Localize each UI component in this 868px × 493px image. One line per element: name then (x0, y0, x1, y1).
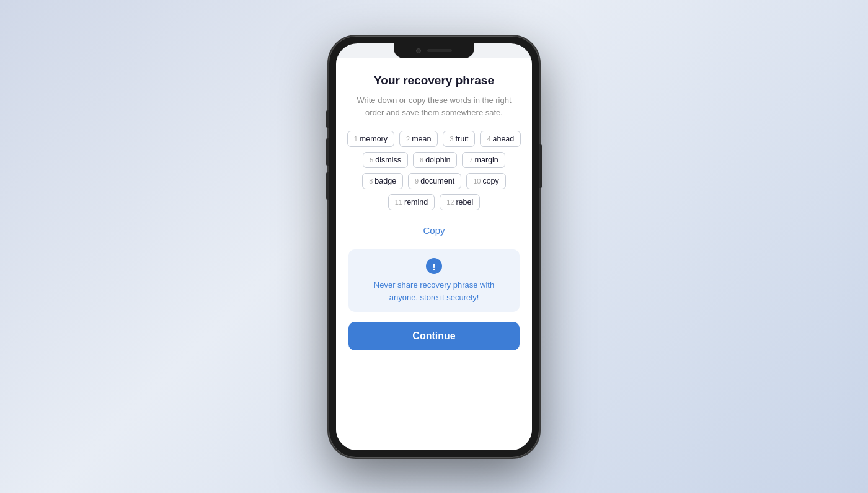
word-chip-11: 11remind (388, 194, 435, 210)
warning-text: Never share recovery phrase with anyone,… (358, 279, 510, 303)
camera-icon (416, 48, 421, 53)
word-label-4: ahead (493, 135, 515, 143)
word-num-4: 4 (487, 135, 490, 143)
word-chip-6: 6dolphin (413, 152, 457, 168)
speaker-icon (427, 49, 452, 52)
word-chip-9: 9document (408, 173, 461, 189)
continue-button[interactable]: Continue (348, 322, 520, 350)
word-label-3: fruit (456, 135, 469, 143)
word-label-9: document (420, 177, 454, 185)
volume-up-button (326, 138, 329, 166)
word-label-10: copy (482, 177, 498, 185)
word-label-2: mean (412, 135, 431, 143)
word-num-2: 2 (406, 135, 410, 143)
word-chip-7: 7margin (462, 152, 505, 168)
words-row-3: 8badge 9document 10copy (362, 173, 506, 189)
word-num-6: 6 (420, 156, 423, 164)
words-row-1: 1memory 2mean 3fruit 4ahead (347, 131, 521, 147)
warning-icon: ! (426, 258, 442, 274)
word-num-3: 3 (450, 135, 453, 143)
word-chip-12: 12rebel (440, 194, 480, 210)
word-num-8: 8 (369, 177, 373, 185)
phone-screen: Your recovery phrase Write down or copy … (336, 43, 532, 450)
word-num-5: 5 (370, 156, 373, 164)
word-chip-4: 4ahead (480, 131, 521, 147)
word-label-1: memory (360, 135, 388, 143)
word-num-10: 10 (473, 177, 480, 185)
warning-box: ! Never share recovery phrase with anyon… (348, 249, 520, 312)
word-label-12: rebel (456, 198, 473, 207)
volume-down-button (326, 172, 329, 200)
words-row-4: 11remind 12rebel (388, 194, 480, 210)
word-label-5: dismiss (375, 156, 401, 164)
word-chip-2: 2mean (399, 131, 438, 147)
word-label-6: dolphin (425, 156, 450, 164)
page-title: Your recovery phrase (348, 73, 520, 89)
copy-button[interactable]: Copy (348, 220, 520, 241)
app-content: Your recovery phrase Write down or copy … (336, 58, 532, 450)
phone-device: Your recovery phrase Write down or copy … (329, 36, 539, 458)
word-chip-8: 8badge (362, 173, 403, 189)
word-chip-1: 1memory (347, 131, 394, 147)
word-num-12: 12 (446, 198, 454, 206)
words-grid: 1memory 2mean 3fruit 4ahead 5dismiss (348, 131, 520, 210)
phone-notch (394, 43, 474, 58)
word-chip-5: 5dismiss (363, 152, 408, 168)
word-label-8: badge (374, 177, 396, 185)
words-row-2: 5dismiss 6dolphin 7margin (363, 152, 505, 168)
word-label-7: margin (475, 156, 498, 164)
word-num-7: 7 (469, 156, 472, 164)
word-num-1: 1 (354, 135, 358, 143)
word-label-11: remind (404, 198, 428, 207)
power-button (539, 144, 542, 188)
word-num-9: 9 (415, 177, 418, 185)
mute-button (326, 110, 329, 128)
word-chip-10: 10copy (466, 173, 506, 189)
word-num-11: 11 (395, 198, 402, 206)
page-subtitle: Write down or copy these words in the ri… (348, 94, 520, 118)
word-chip-3: 3fruit (443, 131, 475, 147)
